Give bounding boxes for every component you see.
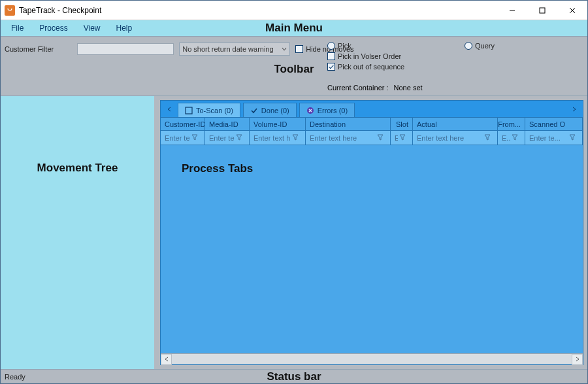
customer-filter-label: Customer Filter — [5, 45, 54, 53]
filter-scanned-o[interactable] — [529, 134, 568, 142]
error-icon — [306, 107, 314, 114]
horizontal-scrollbar[interactable] — [161, 353, 583, 364]
filter-slot[interactable] — [395, 134, 398, 142]
warning-dropdown[interactable]: No short return date warning — [179, 43, 290, 56]
filter-from[interactable] — [502, 134, 510, 142]
menubar: File Process View Help Main Menu — [1, 20, 587, 36]
body-split: Movement Tree To-Scan (0) Done (0) — [1, 96, 587, 369]
col-scanned-o[interactable]: Scanned O — [525, 118, 583, 130]
scroll-right-button[interactable] — [572, 354, 583, 365]
tabs-shell: To-Scan (0) Done (0) Errors (0) Customer… — [160, 100, 583, 365]
pick-radio[interactable]: Pick — [327, 42, 404, 50]
funnel-icon[interactable] — [399, 134, 408, 142]
pick-out-of-sequence-checkbox[interactable]: Pick out of sequence — [327, 63, 404, 71]
customer-filter-input[interactable] — [77, 43, 174, 55]
col-from[interactable]: From... — [498, 118, 525, 130]
overlay-main-menu: Main Menu — [265, 22, 323, 35]
maximize-button[interactable] — [527, 1, 557, 20]
check-icon — [250, 107, 258, 114]
chevron-down-icon — [282, 45, 287, 53]
filter-volume-id[interactable] — [253, 134, 291, 142]
scroll-left-button[interactable] — [161, 354, 172, 365]
col-media-id[interactable]: Media-ID — [205, 118, 250, 130]
query-radio[interactable]: Query — [465, 42, 495, 50]
movement-tree-pane[interactable]: Movement Tree — [1, 96, 156, 369]
grid-body[interactable]: Process Tabs — [161, 145, 583, 353]
status-ready: Ready — [5, 373, 25, 381]
app-window: TapeTrack - Checkpoint File Process View… — [0, 0, 588, 384]
overlay-process-tabs: Process Tabs — [182, 162, 253, 175]
close-button[interactable] — [557, 1, 587, 20]
menu-process[interactable]: Process — [33, 22, 74, 34]
tabs-row: To-Scan (0) Done (0) Errors (0) — [161, 101, 583, 118]
funnel-icon[interactable] — [292, 134, 301, 142]
overlay-toolbar: Toolbar — [274, 63, 314, 76]
menu-help[interactable]: Help — [110, 22, 139, 34]
tab-scroll-left[interactable] — [163, 101, 175, 117]
app-icon — [5, 5, 15, 16]
pick-volser-checkbox[interactable]: Pick in Volser Order — [327, 52, 404, 60]
warning-dropdown-value: No short return date warning — [182, 45, 273, 53]
funnel-icon[interactable] — [569, 134, 578, 142]
funnel-icon[interactable] — [377, 134, 386, 142]
statusbar: Ready Status bar — [1, 369, 587, 383]
funnel-icon[interactable] — [484, 134, 493, 142]
col-customer-id[interactable]: Customer-ID — [161, 118, 205, 130]
tab-to-scan[interactable]: To-Scan (0) — [178, 103, 240, 117]
overlay-status-bar: Status bar — [267, 370, 321, 383]
svg-rect-4 — [186, 107, 192, 114]
window-title: TapeTrack - Checkpoint — [19, 6, 101, 15]
toolbar: Customer Filter No short return date war… — [1, 36, 587, 96]
col-actual[interactable]: Actual — [413, 118, 498, 130]
funnel-icon[interactable] — [512, 134, 521, 142]
tab-done[interactable]: Done (0) — [243, 103, 297, 117]
minimize-button[interactable] — [497, 1, 527, 20]
col-destination[interactable]: Destination — [306, 118, 391, 130]
filter-destination[interactable] — [310, 134, 376, 142]
square-icon — [185, 107, 193, 114]
tab-errors[interactable]: Errors (0) — [299, 103, 355, 117]
overlay-movement-tree: Movement Tree — [37, 162, 118, 175]
current-container-label: Current Container : — [327, 84, 389, 92]
right-pane: To-Scan (0) Done (0) Errors (0) Customer… — [156, 96, 587, 369]
current-container-value: None set — [394, 84, 423, 92]
filter-actual[interactable] — [417, 134, 483, 142]
filter-customer-id[interactable] — [165, 134, 190, 142]
menu-file[interactable]: File — [5, 22, 30, 34]
menu-view[interactable]: View — [77, 22, 107, 34]
grid-header: Customer-ID Media-ID Volume-ID Destinati… — [161, 118, 583, 131]
funnel-icon[interactable] — [236, 134, 245, 142]
filter-media-id[interactable] — [209, 134, 235, 142]
grid-filter-row — [161, 131, 583, 145]
col-volume-id[interactable]: Volume-ID — [250, 118, 306, 130]
col-slot[interactable]: Slot — [391, 118, 413, 130]
funnel-icon[interactable] — [191, 134, 201, 142]
tab-scroll-right[interactable] — [568, 101, 580, 117]
svg-rect-1 — [540, 8, 545, 13]
titlebar: TapeTrack - Checkpoint — [1, 1, 587, 20]
